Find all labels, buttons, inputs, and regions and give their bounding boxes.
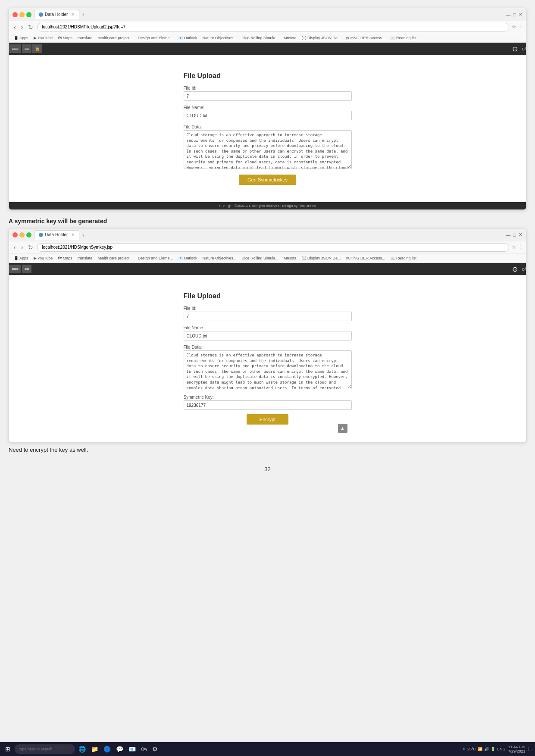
max-btn-1[interactable] <box>26 12 31 17</box>
address-input-2[interactable] <box>37 243 509 252</box>
nav-user-1: o/ <box>522 46 526 51</box>
scroll-top-btn-2[interactable]: ▲ <box>338 424 347 433</box>
active-tab-1[interactable]: Data Holder ✕ <box>34 10 79 19</box>
max-btn-2[interactable] <box>26 232 31 237</box>
bookmark-dice-1[interactable]: Dice Rolling Simula... <box>240 35 280 41</box>
nav-lock-1[interactable]: 🔒 <box>32 44 42 53</box>
taskbar-search-input[interactable] <box>15 744 75 754</box>
file-name-input-2[interactable] <box>184 331 352 341</box>
back-btn-2[interactable]: ‹ <box>13 244 17 251</box>
address-input-1[interactable] <box>37 23 509 31</box>
bookmark-mrnota-1[interactable]: MrNota <box>282 35 298 41</box>
bookmark-translate-1[interactable]: translate <box>76 35 94 41</box>
nav-hamburger-2[interactable]: ≡≡≡ <box>9 265 21 273</box>
battery-icon: 🔋 <box>491 747 495 751</box>
new-tab-btn-1[interactable]: + <box>80 11 87 18</box>
bookmark-youtube-2[interactable]: ▶ YouTube <box>32 256 54 261</box>
bookmark-health-1[interactable]: health care project... <box>96 35 134 41</box>
bookmark-translate-2[interactable]: translate <box>76 256 94 261</box>
settings-icon-1[interactable]: ⋮ <box>518 24 522 30</box>
nav-lines-1[interactable]: ≡≡ <box>22 44 32 53</box>
bookmark-apps-2[interactable]: 📱 Apps <box>13 256 30 261</box>
refresh-btn-1[interactable]: ↻ <box>27 23 34 31</box>
taskbar-browser-icon[interactable]: 🔵 <box>102 745 113 753</box>
bookmark-youtube-1[interactable]: ▶ YouTube <box>32 35 54 41</box>
taskbar-folder-icon[interactable]: 📁 <box>89 745 100 753</box>
bookmark-ychng-2[interactable]: yCHNG DER Access... <box>345 256 387 261</box>
star-icon-2[interactable]: ☆ <box>512 244 516 250</box>
bookmark-reading-2[interactable]: 📖 Reading list <box>389 256 418 261</box>
min-btn-1[interactable] <box>19 12 25 17</box>
time-display: 11:44 PM <box>508 745 526 749</box>
close-icon-2[interactable]: ✕ <box>519 232 522 237</box>
restore-icon-1[interactable]: □ <box>513 12 516 17</box>
bookmark-json-2[interactable]: (1) Display JSON Da... <box>300 256 342 261</box>
form-title-2: File Upload <box>184 292 352 300</box>
close-btn-1[interactable] <box>13 12 18 17</box>
nav-key-icon-1: ⊙ <box>512 45 518 53</box>
bookmark-health-2[interactable]: health care project... <box>96 256 134 261</box>
back-btn-1[interactable]: ‹ <box>13 23 17 31</box>
encrypt-btn-2[interactable]: Encrypt <box>247 414 288 425</box>
page-content-2: File Upload File Id: File Name: File Dat… <box>9 275 526 442</box>
minimize-icon-2[interactable]: — <box>506 232 510 237</box>
section2-label: Need to encrypt the key as well. <box>9 447 526 453</box>
nav-lines-2[interactable]: ≡≡ <box>22 265 32 273</box>
tab-bar-2: Data Holder ✕ + <box>34 230 503 240</box>
page-nav-2: ≡≡≡ ≡≡ ⊙ o/ <box>9 263 526 275</box>
file-name-label-2: File Name: <box>184 325 352 330</box>
bookmark-outlook-2[interactable]: 📧 Outlook <box>177 256 199 261</box>
bookmark-design-1[interactable]: Design and Eleme... <box>137 35 174 41</box>
bookmark-dice-2[interactable]: Dice Rolling Simula... <box>240 256 280 261</box>
gen-key-btn-1[interactable]: Gen Symmetrickey <box>239 175 296 185</box>
taskbar-mail-icon[interactable]: 📧 <box>127 745 138 753</box>
tab-favicon-1 <box>39 12 43 17</box>
file-id-input-2[interactable] <box>184 312 352 321</box>
min-btn-2[interactable] <box>19 232 25 237</box>
active-tab-2[interactable]: Data Holder ✕ <box>34 230 79 240</box>
tab-close-1[interactable]: ✕ <box>71 12 75 17</box>
close-icon-1[interactable]: ✕ <box>519 12 522 17</box>
form-title-1: File Upload <box>184 72 352 80</box>
file-data-textarea-2[interactable]: Cloud storage is an effective approach t… <box>184 350 352 389</box>
tab-title-2: Data Holder <box>45 232 68 237</box>
refresh-btn-2[interactable]: ↻ <box>27 244 34 251</box>
tab-close-2[interactable]: ✕ <box>71 232 75 237</box>
bookmark-maps-1[interactable]: 🗺 Maps <box>56 35 74 41</box>
bookmark-outlook-1[interactable]: 📧 Outlook <box>177 35 199 41</box>
file-data-textarea-1[interactable]: Cloud storage is an effective approach t… <box>184 130 352 169</box>
file-name-input-1[interactable] <box>184 111 352 120</box>
taskbar-right: ☀ 25°C 📶 🔊 🔋 ENG 11:44 PM 7/29/2021 □ <box>462 745 532 753</box>
file-id-input-1[interactable] <box>184 91 352 101</box>
forward-btn-1[interactable]: › <box>20 23 25 31</box>
new-tab-btn-2[interactable]: + <box>80 231 87 238</box>
restore-icon-2[interactable]: □ <box>513 232 516 237</box>
title-bar-actions-2: — □ ✕ <box>506 232 522 237</box>
minimize-icon-1[interactable]: — <box>506 12 510 17</box>
show-desktop-btn[interactable]: □ <box>528 747 532 751</box>
taskbar-edge-icon[interactable]: 🌐 <box>77 745 88 753</box>
footer-text-1: ©2021 CT. All rights reserved | Design b… <box>235 204 316 208</box>
start-btn[interactable]: ⊞ <box>3 745 13 753</box>
settings-icon-2[interactable]: ⋮ <box>518 244 522 250</box>
forward-btn-2[interactable]: › <box>20 244 25 251</box>
taskbar: ⊞ 🌐 📁 🔵 💬 📧 🛍 ⚙ ☀ 25°C 📶 🔊 🔋 ENG 11:44 P… <box>0 742 535 756</box>
file-id-label-1: File Id: <box>184 86 352 91</box>
bookmark-maps-2[interactable]: 🗺 Maps <box>56 256 74 261</box>
nav-hamburger-1[interactable]: ≡≡≡ <box>9 44 21 53</box>
bookmark-apps-1[interactable]: 📱 Apps <box>13 35 30 41</box>
bookmark-ychng-1[interactable]: yCHNG DER Access... <box>345 35 387 41</box>
bookmark-reading-1[interactable]: 📖 Reading list <box>389 35 418 41</box>
bookmark-design-2[interactable]: Design and Eleme... <box>137 256 174 261</box>
taskbar-store-icon[interactable]: 🛍 <box>139 745 149 753</box>
bookmark-json-1[interactable]: (1) Display JSON Da... <box>300 35 342 41</box>
star-icon-1[interactable]: ☆ <box>512 24 516 30</box>
bookmark-nature-2[interactable]: Nature Objectives... <box>201 256 238 261</box>
bookmark-nature-1[interactable]: Nature Objectives... <box>201 35 238 41</box>
page-nav-1: ≡≡≡ ≡≡ 🔒 ⊙ o/ <box>9 43 526 55</box>
close-btn-2[interactable] <box>13 232 18 237</box>
taskbar-chat-icon[interactable]: 💬 <box>114 745 125 753</box>
taskbar-settings-icon[interactable]: ⚙ <box>150 745 160 753</box>
bookmark-mrnota-2[interactable]: MrNota <box>282 256 298 261</box>
sym-key-input-2[interactable] <box>184 400 352 410</box>
